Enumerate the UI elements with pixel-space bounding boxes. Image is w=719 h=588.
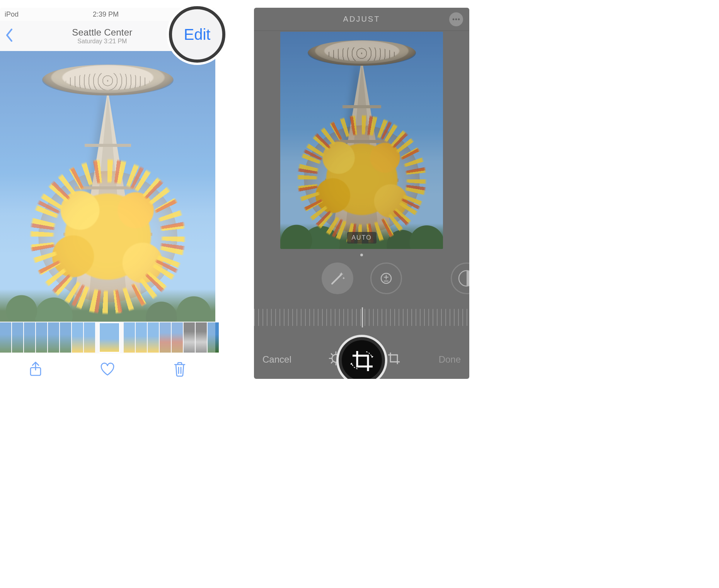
thumbnail[interactable] [196, 322, 207, 353]
edit-photo[interactable]: AUTO [280, 32, 443, 249]
thumbnail[interactable] [184, 322, 195, 353]
auto-enhance-button[interactable] [322, 262, 353, 294]
crop-tab[interactable] [387, 351, 401, 368]
photo-view-screen: iPod 2:39 PM Seattle Center Saturday 3:2… [0, 8, 215, 387]
adjust-title: ADJUST [343, 15, 380, 24]
thumbnail[interactable] [208, 322, 219, 353]
edit-screen: ADJUST AUTO [254, 8, 469, 379]
thumbnail[interactable] [84, 322, 95, 353]
device-label: iPod [5, 10, 19, 19]
adjust-slider[interactable] [254, 309, 469, 326]
thumbnail-selected[interactable] [99, 322, 120, 353]
auto-badge: AUTO [347, 232, 376, 244]
share-button[interactable] [29, 361, 42, 378]
thumbnail[interactable] [136, 322, 147, 353]
delete-button[interactable] [173, 361, 186, 378]
page-subtitle: Saturday 3:21 PM [13, 38, 191, 45]
adjust-header: ADJUST [254, 8, 469, 31]
thumbnail[interactable] [36, 322, 47, 353]
more-button[interactable] [449, 12, 463, 26]
thumbnail-strip[interactable] [0, 322, 215, 353]
thumbnail[interactable] [12, 322, 23, 353]
thumbnail[interactable] [124, 322, 135, 353]
thumbnail[interactable] [148, 322, 159, 353]
page-title: Seattle Center [13, 27, 191, 38]
crop-callout-circle [339, 337, 385, 379]
back-button[interactable] [5, 29, 13, 43]
edit-callout-label: Edit [184, 26, 211, 43]
adjust-tools-row [254, 260, 469, 297]
clock: 2:39 PM [93, 10, 119, 19]
thumbnail-gap [121, 322, 123, 353]
exposure-button[interactable] [370, 262, 402, 294]
cancel-button[interactable]: Cancel [262, 354, 291, 365]
thumbnail[interactable] [160, 322, 171, 353]
thumbnail[interactable] [0, 322, 11, 353]
thumbnail[interactable] [24, 322, 35, 353]
done-button[interactable]: Done [439, 354, 461, 365]
edit-callout-circle: Edit [169, 6, 225, 63]
thumbnail[interactable] [172, 322, 183, 353]
page-indicator-dot [360, 254, 363, 256]
favorite-button[interactable] [100, 362, 115, 378]
thumbnail-gap [96, 322, 98, 353]
photo[interactable] [0, 51, 215, 322]
thumbnail[interactable] [48, 322, 59, 353]
svg-point-2 [453, 18, 455, 20]
thumbnail[interactable] [60, 322, 71, 353]
thumbnail[interactable] [72, 322, 83, 353]
edit-photo-container: AUTO [280, 32, 443, 258]
svg-point-3 [455, 18, 457, 20]
svg-point-4 [458, 18, 460, 20]
brilliance-button[interactable] [451, 262, 469, 294]
bottom-toolbar [0, 353, 215, 387]
